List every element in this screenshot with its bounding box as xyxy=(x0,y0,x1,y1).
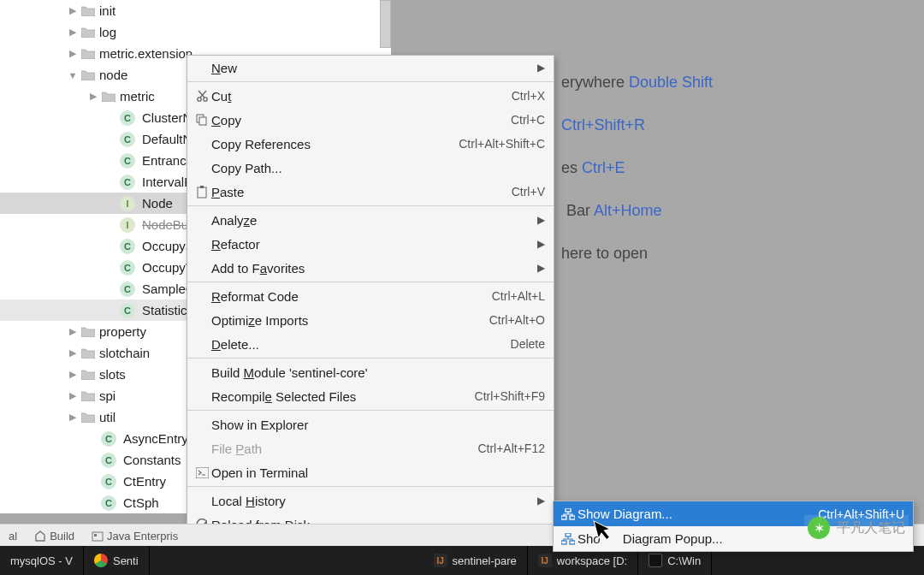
class-icon: C xyxy=(101,495,116,511)
svg-rect-6 xyxy=(196,467,209,478)
diagram-icon xyxy=(559,508,578,520)
expand-arrow-icon[interactable]: ▶ xyxy=(65,27,80,38)
menu-item-label: Reformat Code xyxy=(211,289,492,304)
submenu-arrow-icon: ▶ xyxy=(537,495,545,507)
tree-item-label: util xyxy=(99,410,116,424)
menu-item[interactable]: Copy ReferencesCtrl+Alt+Shift+C xyxy=(187,132,554,156)
wechat-icon: ✶ xyxy=(808,517,830,539)
menu-item-label: File Path xyxy=(211,442,477,456)
svg-rect-5 xyxy=(200,186,204,188)
expand-arrow-icon[interactable]: ▶ xyxy=(65,390,80,401)
tool-build[interactable]: Build xyxy=(34,530,74,542)
submenu-arrow-icon: ▶ xyxy=(537,214,545,226)
folder-icon xyxy=(80,5,96,17)
menu-item-label: Paste xyxy=(211,185,512,199)
tree-item-label: CtEntry xyxy=(123,474,166,489)
menu-item-shortcut: Ctrl+Alt+O xyxy=(489,313,545,327)
context-menu[interactable]: New▶CutCtrl+XCopyCtrl+CCopy ReferencesCt… xyxy=(187,55,554,575)
class-icon: C xyxy=(120,282,135,297)
menu-item-label: Cut xyxy=(211,89,512,104)
svg-rect-10 xyxy=(566,508,571,512)
menu-item-label: Add to Favorites xyxy=(211,261,532,276)
menu-item-label: Refactor xyxy=(211,237,532,252)
svg-rect-4 xyxy=(198,187,206,198)
taskbar-item-chrome[interactable]: Senti xyxy=(84,546,150,575)
menu-item-label: Local History xyxy=(211,494,532,508)
folder-icon xyxy=(80,412,96,424)
expand-arrow-icon[interactable]: ▶ xyxy=(65,48,80,59)
menu-item[interactable]: Copy Path... xyxy=(187,156,554,180)
menu-item[interactable]: Refactor▶ xyxy=(187,232,554,256)
svg-rect-15 xyxy=(570,541,575,544)
svg-point-0 xyxy=(197,97,200,100)
menu-item[interactable]: Build Module 'sentinel-core' xyxy=(187,360,554,384)
menu-item[interactable]: Local History▶ xyxy=(187,489,554,513)
hint-recent-files: es Ctrl+E xyxy=(561,159,625,177)
taskbar-item-mysql[interactable]: mysqlOS - V xyxy=(0,546,84,575)
folder-icon xyxy=(101,91,116,103)
hint-ctrl-shift-r: Ctrl+Shift+R xyxy=(561,116,645,134)
folder-icon xyxy=(80,390,96,402)
tree-item-label: node xyxy=(99,68,127,82)
menu-item-shortcut: Ctrl+C xyxy=(511,113,545,127)
expand-arrow-icon[interactable]: ▶ xyxy=(65,326,80,337)
tree-item-label: CtSph xyxy=(123,495,159,510)
taskbar-item-sentinel[interactable]: IJsentinel-pare xyxy=(424,546,528,575)
menu-item-shortcut: Ctrl+Alt+L xyxy=(492,289,545,303)
expand-arrow-icon[interactable]: ▼ xyxy=(65,70,80,80)
menu-item[interactable]: Recompile Selected FilesCtrl+Shift+F9 xyxy=(187,384,554,408)
expand-arrow-icon[interactable]: ▶ xyxy=(65,369,80,380)
menu-item-label: Copy Path... xyxy=(211,161,545,175)
svg-rect-12 xyxy=(570,516,575,519)
menu-item[interactable]: Analyze▶ xyxy=(187,208,554,232)
menu-item-label: Copy References xyxy=(211,137,459,151)
menu-item[interactable]: CutCtrl+X xyxy=(187,84,554,108)
class-icon: C xyxy=(120,132,135,147)
svg-rect-17 xyxy=(94,534,97,536)
submenu-item-label: Show Diagram... xyxy=(578,507,818,521)
submenu-arrow-icon: ▶ xyxy=(537,62,545,74)
menu-item-label: Open in Terminal xyxy=(211,465,545,480)
menu-item[interactable]: Show in Explorer xyxy=(187,412,554,436)
folder-icon xyxy=(80,27,96,39)
tree-item-label: DefaultN xyxy=(142,132,192,146)
menu-item[interactable]: Reformat CodeCtrl+Alt+L xyxy=(187,284,554,308)
tree-item-log[interactable]: ▶log xyxy=(0,21,391,43)
menu-item-shortcut: Ctrl+X xyxy=(512,89,545,103)
class-icon: C xyxy=(101,431,116,447)
menu-item[interactable]: Open in Terminal xyxy=(187,460,554,484)
class-icon: C xyxy=(101,474,116,489)
expand-arrow-icon[interactable]: ▶ xyxy=(65,5,80,16)
folder-icon xyxy=(80,369,96,381)
tree-scrollbar[interactable] xyxy=(380,0,391,48)
expand-arrow-icon[interactable]: ▶ xyxy=(86,91,101,102)
tool-al[interactable]: al xyxy=(9,530,17,542)
tree-item-label: init xyxy=(99,3,116,18)
watermark-text: 平凡人笔记 xyxy=(837,519,905,537)
tree-item-label: slotchain xyxy=(99,346,150,360)
expand-arrow-icon[interactable]: ▶ xyxy=(65,347,80,359)
tree-item-init[interactable]: ▶init xyxy=(0,0,391,21)
menu-item[interactable]: PasteCtrl+V xyxy=(187,180,554,204)
folder-icon xyxy=(80,326,96,338)
expand-arrow-icon[interactable]: ▶ xyxy=(65,412,80,423)
folder-icon xyxy=(80,48,96,60)
class-icon: I xyxy=(120,217,135,233)
menu-item-shortcut: Ctrl+Shift+F9 xyxy=(475,389,545,403)
class-icon: C xyxy=(120,239,135,254)
tree-item-label: metric.extension xyxy=(99,46,192,61)
cut-icon xyxy=(192,90,211,103)
menu-item[interactable]: Delete...Delete xyxy=(187,332,554,356)
menu-item[interactable]: CopyCtrl+C xyxy=(187,108,554,132)
menu-item[interactable]: New▶ xyxy=(187,56,554,80)
tree-item-label: metric xyxy=(120,89,155,104)
menu-item-label: New xyxy=(211,61,532,75)
hint-nav-bar: Bar Alt+Home xyxy=(566,202,662,220)
menu-item[interactable]: Optimize ImportsCtrl+Alt+O xyxy=(187,308,554,332)
menu-item[interactable]: Add to Favorites▶ xyxy=(187,256,554,280)
menu-item-label: Delete... xyxy=(211,337,511,352)
tree-item-label: Node xyxy=(142,196,173,210)
svg-rect-16 xyxy=(92,532,103,541)
class-icon: C xyxy=(120,110,135,126)
tool-java-enterprise[interactable]: Java Enterpris xyxy=(92,530,178,542)
